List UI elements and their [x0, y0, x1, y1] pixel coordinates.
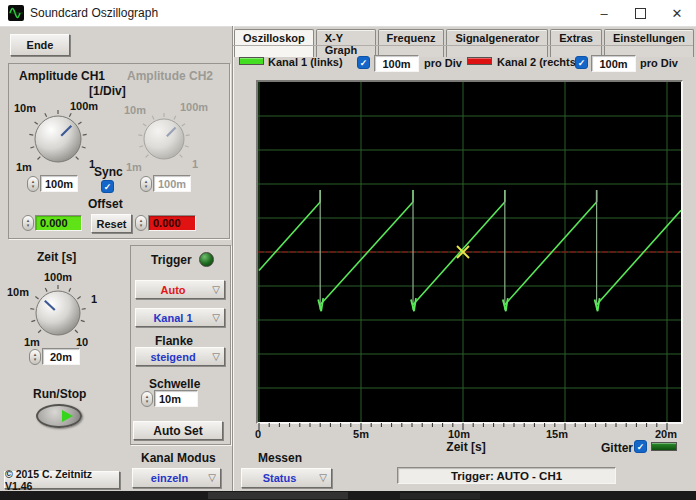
amplitude-ch2-title: Amplitude CH2: [127, 69, 213, 83]
panel-separator: [232, 26, 233, 491]
tab-bar: Oszilloskop X-Y Graph Frequenz Signalgen…: [234, 29, 696, 57]
time-axis-label: Zeit [s]: [436, 440, 496, 454]
tab-xy-graph[interactable]: X-Y Graph: [316, 29, 376, 57]
ende-label: Ende: [27, 39, 54, 51]
zeit-label-1: 1: [91, 293, 97, 305]
messen-label: Messen: [258, 451, 302, 465]
auto-set-label: Auto Set: [153, 424, 202, 438]
spin-down-icon: ▾: [34, 357, 37, 362]
copyright-label: © 2015 C. Zeitnitz V1.46: [5, 468, 119, 492]
minimize-icon: –: [600, 6, 607, 21]
spin-down-icon: ▾: [27, 223, 30, 228]
tab-frequenz[interactable]: Frequenz: [378, 29, 445, 57]
amplitude-ch1-knob[interactable]: [27, 108, 89, 170]
channel2-label: Kanal 2 (rechts): [497, 56, 580, 68]
amplitude-ch1-spinner[interactable]: ▴▾: [27, 176, 39, 192]
schwelle-spinner[interactable]: ▴▾: [141, 391, 153, 407]
window-title: Soundcard Oszillograph: [30, 6, 158, 20]
trigger-mode-dropdown[interactable]: Auto ▽: [135, 280, 225, 299]
amplitude-ch1-title: Amplitude CH1: [19, 69, 105, 83]
amplitude-ch1-value: 100m: [45, 178, 73, 190]
chevron-down-icon: ▽: [212, 284, 220, 295]
channel1-prodiv-label: pro Div: [424, 57, 462, 69]
channel1-checkbox[interactable]: ✓: [357, 56, 370, 69]
trigger-led: [199, 252, 214, 267]
offset-ch2-field[interactable]: 0.000: [148, 215, 196, 231]
trigger-status-field: Trigger: AUTO - CH1: [397, 467, 616, 484]
tab-label: Oszilloskop: [243, 32, 305, 44]
gitter-label: Gitter: [601, 441, 633, 455]
chevron-down-icon: ▽: [212, 312, 220, 323]
zeit-spinner[interactable]: ▴▾: [29, 349, 41, 365]
tab-label: Einstellungen: [613, 32, 685, 44]
schwelle-field[interactable]: 10m: [154, 390, 198, 407]
zeit-value: 20m: [50, 351, 72, 363]
tab-einstellungen[interactable]: Einstellungen: [604, 29, 694, 57]
run-stop-button[interactable]: [36, 404, 82, 428]
tab-oszilloskop[interactable]: Oszilloskop: [234, 29, 314, 57]
channel1-div-value: 100m: [382, 58, 410, 70]
sync-label: Sync: [94, 165, 123, 179]
messen-dropdown[interactable]: Status ▽: [241, 468, 332, 488]
axis-tick-20m: 20m: [650, 428, 682, 440]
reset-label: Reset: [97, 218, 127, 230]
amplitude-ch2-knob[interactable]: [136, 111, 192, 167]
tab-label: X-Y Graph: [325, 32, 357, 56]
channel2-checkbox[interactable]: ✓: [575, 56, 588, 69]
axis-tick-15m: 15m: [543, 428, 571, 440]
axis-tick-5m: 5m: [347, 428, 375, 440]
tab-underline: [233, 45, 693, 46]
channel2-div-field[interactable]: 100m: [591, 55, 636, 72]
check-icon: ✓: [360, 58, 368, 68]
ende-button[interactable]: Ende: [10, 34, 70, 56]
tab-signalgenerator[interactable]: Signalgenerator: [446, 29, 548, 57]
amplitude-ch1-value-field[interactable]: 100m: [40, 175, 78, 192]
offset-ch1-value: 0.000: [40, 217, 68, 229]
zeit-knob[interactable]: [28, 283, 88, 343]
trigger-mode-value: Auto: [160, 284, 185, 296]
channel2-color-swatch: [467, 57, 492, 65]
channel1-color-swatch: [239, 57, 264, 65]
oscilloscope-display[interactable]: [256, 80, 683, 424]
amplitude-ch2-value: 100m: [158, 178, 186, 190]
maximize-icon: [635, 8, 646, 19]
check-icon: ✓: [578, 58, 586, 68]
minimize-button[interactable]: –: [586, 0, 622, 26]
amplitude-ch2-value-field[interactable]: 100m: [153, 175, 191, 192]
spin-down-icon: ▾: [140, 223, 143, 228]
grid-color-swatch[interactable]: [651, 442, 677, 451]
trigger-source-value: Kanal 1: [153, 312, 192, 324]
app-window: Soundcard Oszillograph – ✕ Ende Amplitud…: [0, 0, 696, 500]
channel1-div-field[interactable]: 100m: [374, 55, 419, 72]
kanal-modus-dropdown[interactable]: einzeln ▽: [132, 468, 221, 488]
trigger-status-text: Trigger: AUTO - CH1: [451, 470, 562, 482]
maximize-button[interactable]: [622, 0, 658, 26]
amplitude-ch2-spinner[interactable]: ▴▾: [140, 176, 152, 192]
auto-set-button[interactable]: Auto Set: [133, 421, 223, 440]
check-icon: ✓: [104, 182, 112, 192]
kanal-modus-value: einzeln: [151, 472, 188, 484]
gitter-checkbox[interactable]: ✓: [634, 440, 647, 453]
tab-extras[interactable]: Extras: [550, 29, 602, 57]
offset-ch2-spinner[interactable]: ▴▾: [135, 215, 147, 231]
close-icon: ✕: [672, 6, 683, 21]
sync-checkbox[interactable]: ✓: [101, 180, 114, 193]
tab-label: Frequenz: [387, 32, 436, 44]
close-button[interactable]: ✕: [658, 0, 696, 26]
copyright-button: © 2015 C. Zeitnitz V1.46: [4, 471, 120, 489]
flanke-dropdown[interactable]: steigend ▽: [135, 347, 225, 366]
schwelle-value: 10m: [159, 393, 181, 405]
tab-label: Extras: [559, 32, 593, 44]
flanke-value: steigend: [150, 351, 195, 363]
trigger-source-dropdown[interactable]: Kanal 1 ▽: [135, 308, 225, 327]
offset-ch1-spinner[interactable]: ▴▾: [22, 215, 34, 231]
offset-ch1-field[interactable]: 0.000: [35, 215, 82, 231]
messen-value: Status: [263, 472, 297, 484]
taskbar-item: [400, 493, 480, 499]
zeit-label-100m: 100m: [44, 271, 72, 283]
flanke-label: Flanke: [155, 334, 193, 348]
axis-tick-10m: 10m: [445, 428, 473, 440]
offset-reset-button[interactable]: Reset: [91, 214, 132, 233]
zeit-value-field[interactable]: 20m: [42, 348, 80, 365]
schwelle-label: Schwelle: [149, 377, 200, 391]
